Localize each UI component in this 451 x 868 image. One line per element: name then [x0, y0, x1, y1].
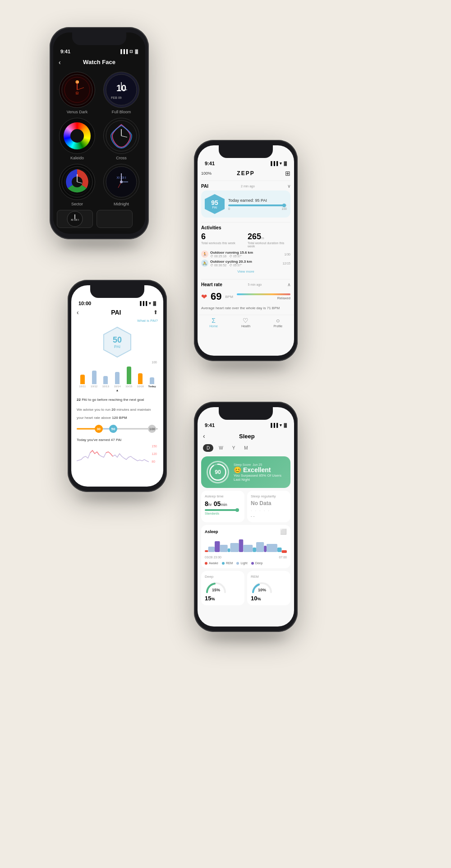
tab-year[interactable]: Y: [229, 444, 239, 452]
legend-deep: Deep: [251, 562, 263, 565]
deep-sleep-title: Deep: [205, 575, 241, 579]
watch-face-label: Midnight: [114, 202, 129, 206]
pai-chevron-icon[interactable]: ∨: [287, 184, 290, 189]
slider-thumb-50[interactable]: 50: [109, 425, 117, 433]
svg-point-25: [120, 181, 123, 183]
signal-icon: ▐▐▐: [269, 161, 278, 166]
pai-bar-fill: [228, 204, 284, 206]
list-item[interactable]: Kaleido: [57, 118, 97, 160]
phone-zepp-home: 9:41 ▐▐▐ ▾ ▓ 100% ZEPP ⊞ PAI 2 min ago ∨…: [194, 140, 298, 361]
grid-icon[interactable]: ⊞: [285, 170, 290, 177]
view-more-button[interactable]: View more: [201, 269, 290, 274]
running-name: Outdoor running 15.6 km: [210, 251, 282, 255]
list-item[interactable]: Cross: [101, 118, 142, 160]
sleep-score-label: Sleep Score Jun 25: [234, 463, 285, 466]
today-arrow: ▲: [77, 389, 158, 392]
pai-time-ago: 2 min ago: [241, 185, 255, 188]
legend-light: Light: [236, 562, 247, 565]
svg-text:Ω: Ω: [76, 91, 79, 95]
pai-card[interactable]: 95 PAI Today earned: 95 PAI 0 100: [201, 190, 290, 218]
watch-face-midnight[interactable]: XI XII I: [103, 164, 139, 200]
watch-face-title: Watch Face: [59, 59, 140, 65]
nav-home[interactable]: Σ Home: [198, 317, 230, 328]
pai-bar-today: Today: [147, 361, 157, 388]
bar-fill: [80, 375, 85, 384]
sleep-score-subtitle: You Surpassed 85% Of Users Last Night: [234, 473, 285, 482]
svg-rect-44: [256, 542, 264, 552]
heart-rate-bar: [237, 293, 290, 295]
awake-label: Awake: [209, 562, 218, 565]
graph-labels: 150 120 80: [152, 445, 157, 463]
sleep-regularity-dots: · · · · ·: [251, 508, 287, 513]
watch-face-sector[interactable]: [59, 164, 95, 200]
activities-header: Activities: [201, 225, 290, 230]
svg-rect-48: [282, 550, 287, 553]
activity-running[interactable]: 🏃 Outdoor running 15.6 km ⏱ 00:25:16 ⏱ 0…: [201, 251, 290, 258]
bottom-navigation: Σ Home ♡ Health ○ Profile: [198, 315, 294, 330]
pai-bars-container: 10/11 10/12 10/13 10/14 10/15: [77, 361, 158, 388]
deep-arc-svg: 15%: [205, 580, 227, 593]
watch-face-screen: 9:41 ▐▐▐ ⊡ ▓ ‹ Watch Face ♊ Ω: [53, 32, 145, 234]
svg-text:FEB 09: FEB 09: [111, 96, 122, 99]
list-item[interactable]: Sector: [57, 164, 97, 206]
activity-cycling[interactable]: 🚴 Outdoor cycling 20.3 km ⏱ 00:30:52 ⏱ 0…: [201, 260, 290, 267]
slider-thumb-30[interactable]: 30: [95, 425, 103, 433]
running-detail: Outdoor running 15.6 km ⏱ 00:25:16 ⏱ 05'…: [210, 251, 282, 258]
watch-face-label: Cross: [116, 156, 127, 160]
zepp-screen: 9:41 ▐▐▐ ▾ ▓ 100% ZEPP ⊞ PAI 2 min ago ∨…: [198, 145, 294, 356]
asleep-time-card[interactable]: Asleep time 8hr 05min Standards: [201, 491, 244, 522]
cycling-name: Outdoor cycling 20.3 km: [210, 260, 281, 264]
bpm-value: 69: [211, 291, 221, 302]
phone-sleep: 9:41 ▐▐▐ ▾ ▓ ‹ Sleep D W Y M 90: [194, 402, 298, 632]
sleep-chart-title: Asleep: [205, 529, 218, 534]
wifi-icon: ⊡: [129, 49, 133, 54]
what-is-pai[interactable]: What is PAI?: [71, 319, 163, 324]
watch-face-cross[interactable]: [103, 118, 139, 154]
heart-rate-status: Relaxed: [237, 296, 290, 300]
bar-date: 10/12: [91, 385, 97, 388]
sleep-regularity-value: No Data: [251, 500, 287, 506]
tab-week[interactable]: W: [215, 444, 226, 452]
share-icon[interactable]: ⬆: [153, 309, 158, 316]
svg-rect-41: [239, 539, 244, 552]
nav-health[interactable]: ♡ Health: [230, 317, 262, 328]
watch-face-bloom[interactable]: 10 FEB 09: [103, 72, 139, 108]
pai-screen: 10:00 ▐▐▐ ▾ ▓ ‹ PAI ⬆ What is PAI? 50 PA…: [71, 285, 163, 487]
light-label: Light: [240, 562, 247, 565]
svg-rect-37: [215, 541, 220, 552]
pai-bar: 10/16: [136, 361, 146, 388]
heart-rate-title: Heart rate: [201, 282, 222, 287]
bar-fill-today: [150, 377, 154, 384]
pai-unit: PAI: [212, 206, 217, 209]
heart-rate-chevron-icon[interactable]: ∧: [287, 282, 290, 287]
pai-min-label: 0: [228, 207, 230, 210]
sleep-screen: 9:41 ▐▐▐ ▾ ▓ ‹ Sleep D W Y M 90: [198, 407, 294, 627]
nav-profile[interactable]: ○ Profile: [262, 317, 294, 328]
rem-sleep-card[interactable]: REM 10% 10%: [247, 571, 290, 605]
expand-icon[interactable]: ⬜: [280, 529, 287, 535]
list-item[interactable]: XI XII I Midnight: [101, 164, 142, 206]
watch-face-kaleido[interactable]: [59, 118, 95, 154]
deep-sleep-card[interactable]: Deep 15% 15%: [201, 571, 244, 605]
list-item[interactable]: 10 FEB 09 Full Bloom: [101, 72, 142, 114]
nav-profile-label: Profile: [273, 325, 282, 328]
sleep-time-labels: 03/28 23:00 07:00: [205, 556, 287, 559]
svg-rect-36: [208, 547, 215, 552]
bar-date: 10/11: [79, 385, 86, 388]
tab-day[interactable]: D: [203, 444, 213, 452]
back-button[interactable]: ‹: [59, 59, 61, 66]
phone-watch-face: 9:41 ▐▐▐ ⊡ ▓ ‹ Watch Face ♊ Ω: [50, 27, 149, 239]
sleep-regularity-card[interactable]: Sleep regularity No Data · · · · · - -: [247, 491, 290, 522]
watch-face-venus[interactable]: ♊ Ω: [59, 72, 95, 108]
slider-thumb-100[interactable]: 100: [148, 425, 156, 433]
sleep-bottom-cards: Deep 15% 15% REM 10% 10%: [201, 571, 290, 605]
list-item[interactable]: ♊ Ω Venus Dark: [57, 72, 97, 114]
nav-home-label: Home: [209, 325, 218, 328]
svg-rect-45: [264, 546, 267, 552]
sleep-page-header: ‹ Sleep: [198, 430, 294, 442]
tab-month[interactable]: M: [240, 444, 251, 452]
rating-text: Excellent: [243, 466, 271, 473]
svg-text:PAI: PAI: [114, 344, 120, 349]
pai-chart: 100 10/11 10/12 10/13 10/14: [71, 361, 163, 392]
workouts-label: Total workouts this week: [201, 241, 244, 245]
